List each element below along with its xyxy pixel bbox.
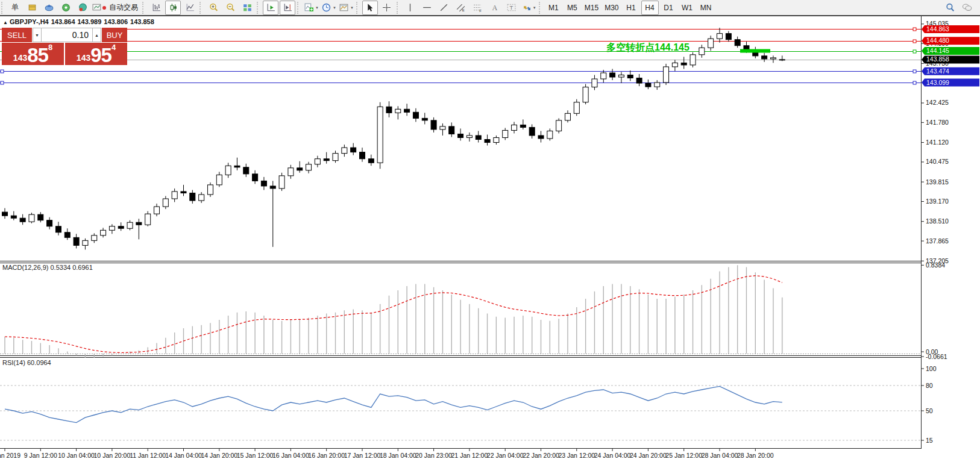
volume-increase-button[interactable]: ▲	[92, 28, 101, 42]
candle	[83, 240, 88, 245]
volume-decrease-button[interactable]: ▼	[33, 28, 42, 42]
line-endpoint-marker[interactable]	[913, 28, 916, 31]
periods-button[interactable]: ▼	[321, 1, 337, 15]
vertical-line-button[interactable]	[403, 1, 418, 15]
tf-button-h1[interactable]: H1	[623, 1, 640, 15]
vertical-line-icon	[405, 2, 415, 13]
templates-button[interactable]: ▼	[338, 1, 354, 15]
price-tick-label: 137.865	[926, 237, 949, 245]
line-endpoint-marker[interactable]	[1, 70, 4, 73]
candle	[645, 83, 651, 87]
price-tag-label: 143.858	[926, 55, 949, 63]
ask-price-tile[interactable]: 143954	[65, 43, 127, 65]
text-button[interactable]: A	[487, 1, 503, 15]
tf-button-mn[interactable]: MN	[697, 1, 715, 15]
candle	[360, 152, 365, 159]
candle	[699, 48, 705, 55]
rsi-axis-label: 15	[926, 437, 933, 444]
periods-icon	[321, 2, 331, 13]
macd-name: MACD(12,26,9)	[2, 264, 48, 271]
toolbar-group	[256, 0, 296, 16]
tf-button-w1[interactable]: W1	[679, 1, 696, 15]
buy-button[interactable]: BUY	[102, 28, 127, 42]
tf-button-m5-label: M5	[565, 4, 579, 12]
dropdown-arrow-icon[interactable]: ▼	[333, 6, 336, 10]
candle	[520, 125, 526, 127]
channel-button[interactable]: E	[453, 1, 469, 15]
trendline-icon	[439, 2, 449, 13]
zoom-in-button[interactable]	[206, 1, 221, 15]
tf-button-w1-label: W1	[680, 4, 694, 12]
macd-indicator-label: MACD(12,26,9) 0.5334 0.6961	[2, 264, 93, 271]
collapse-icon[interactable]: ▲	[3, 20, 8, 25]
sell-button[interactable]: SELL	[2, 28, 32, 42]
arrows-button[interactable]: ▼	[521, 1, 537, 15]
line-endpoint-marker[interactable]	[913, 40, 916, 43]
candle	[655, 83, 660, 87]
indicators-button[interactable]: ▼	[303, 1, 319, 15]
price-tick-label: 139.815	[926, 178, 949, 186]
bar-chart-icon	[151, 2, 162, 13]
time-tick-label: 15 Jan 12:00	[237, 452, 274, 459]
autotrading-icon	[92, 2, 102, 13]
candle	[2, 212, 8, 216]
zoom-out-button[interactable]	[222, 1, 238, 15]
pivot-highlight-segment[interactable]	[740, 49, 770, 53]
time-tick-label: 22 Jan 04:00	[487, 452, 524, 459]
cloud-icon[interactable]	[41, 1, 57, 15]
candle	[717, 34, 723, 39]
box-icon[interactable]	[24, 1, 40, 15]
rsi-axis-label: 80	[926, 382, 933, 389]
chart-canvas[interactable]: 145.035144.390143.730142.425141.780141.1…	[0, 0, 980, 465]
candle	[109, 226, 115, 231]
tf-button-m15[interactable]: M15	[582, 1, 601, 15]
autotrading-button[interactable]: 自动交易	[92, 1, 140, 15]
tf-button-m5[interactable]: M5	[564, 1, 581, 15]
volume-input[interactable]	[42, 28, 92, 42]
dropdown-arrow-icon[interactable]: ▼	[315, 6, 319, 10]
chat-icon	[962, 2, 972, 13]
one-click-trading-panel: SELL ▼ ▲ BUY 143858 143954	[2, 28, 127, 65]
panel-separator[interactable]	[0, 261, 921, 261]
candle	[118, 226, 124, 229]
fibonacci-button[interactable]: F	[470, 1, 486, 15]
line-endpoint-marker[interactable]	[913, 81, 916, 84]
trendline-button[interactable]	[436, 1, 452, 15]
new-order-button[interactable]: 单	[7, 1, 23, 15]
text-label-button[interactable]: T	[504, 1, 520, 15]
line-chart-button[interactable]	[182, 1, 198, 15]
auto-scroll-button[interactable]	[263, 1, 278, 15]
panel-separator[interactable]	[0, 355, 921, 356]
price-tick-label: 141.780	[926, 119, 949, 126]
bid-price-tile[interactable]: 143858	[2, 43, 64, 65]
panel-separator[interactable]	[0, 357, 921, 358]
tf-button-h4[interactable]: H4	[641, 1, 659, 15]
search-icon[interactable]	[942, 1, 958, 15]
community-icon[interactable]	[75, 1, 90, 15]
rsi-name: RSI(14)	[2, 359, 25, 366]
tf-button-h1-label: H1	[624, 4, 637, 12]
toolbar-grip	[142, 2, 146, 14]
toolbar-right	[941, 1, 980, 15]
tf-button-m30[interactable]: M30	[602, 1, 621, 15]
line-endpoint-marker[interactable]	[1, 81, 4, 84]
tile-windows-button[interactable]	[239, 1, 255, 15]
chart-shift-button[interactable]	[280, 1, 295, 15]
tf-button-m1[interactable]: M1	[545, 1, 562, 15]
chat-icon[interactable]	[959, 1, 975, 15]
crosshair-button[interactable]	[379, 1, 395, 15]
cursor-button[interactable]	[362, 1, 378, 15]
line-endpoint-marker[interactable]	[913, 50, 916, 53]
line-endpoint-marker[interactable]	[913, 70, 916, 73]
horizontal-line-button[interactable]	[419, 1, 435, 15]
tf-button-d1[interactable]: D1	[660, 1, 677, 15]
candlestick-button[interactable]	[165, 1, 181, 15]
dropdown-arrow-icon[interactable]: ▼	[350, 6, 354, 10]
panel-separator[interactable]	[0, 263, 921, 263]
bar-chart-button[interactable]	[148, 1, 164, 15]
time-tick-label: 9 Jan 12:00	[24, 452, 57, 459]
signals-icon[interactable]	[58, 1, 74, 15]
toolbar-grip	[199, 2, 204, 14]
dropdown-arrow-icon[interactable]: ▼	[533, 6, 536, 10]
text-label-icon: T	[506, 2, 517, 13]
